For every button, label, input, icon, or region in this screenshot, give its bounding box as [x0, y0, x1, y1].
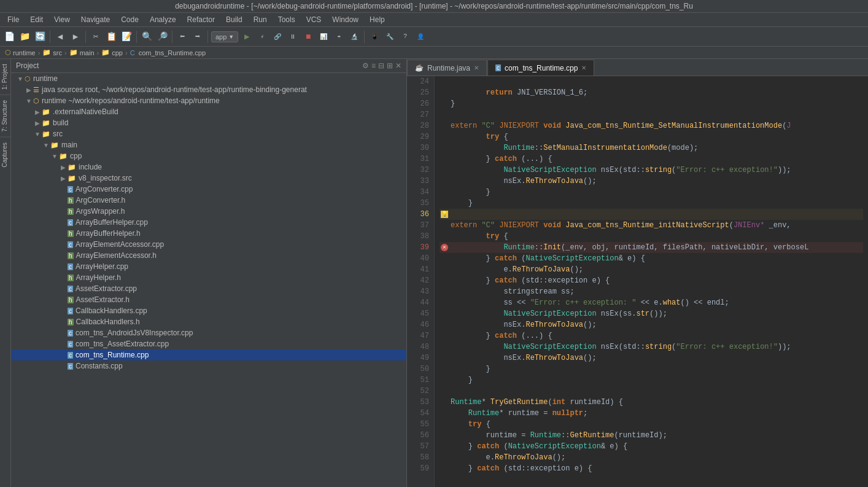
menu-refactor[interactable]: Refactor — [182, 14, 220, 25]
device-btn[interactable]: 📱 — [368, 30, 381, 44]
tab-runtime-java[interactable]: ☕ Runtime.java ✕ — [407, 60, 487, 76]
h-file-icon: h — [68, 275, 74, 281]
sep2 — [85, 31, 86, 43]
tree-item-arrayhelper-cpp[interactable]: c ArrayHelper.cpp — [11, 261, 406, 272]
line-num-38: 38 — [412, 231, 429, 242]
tree-item-main[interactable]: ▼ 📁 main — [11, 139, 406, 150]
tree-item-src[interactable]: ▼ 📁 src — [11, 128, 406, 139]
find-btn[interactable]: 🔍 — [140, 30, 153, 44]
tree-item-java[interactable]: ▶ ☰ java sources root, ~/work/repos/andr… — [11, 84, 406, 95]
tab-close-btn[interactable]: ✕ — [474, 64, 479, 71]
tree-item-external[interactable]: ▶ 📁 .externalNativeBuild — [11, 106, 406, 117]
collapse-icon[interactable]: ⊟ — [378, 61, 384, 70]
tree-label: include — [79, 163, 102, 171]
code-line-53: Runtime* TryGetRuntime(int runtimeId) { — [440, 397, 863, 408]
new-file-btn[interactable]: 📄 — [2, 30, 16, 44]
close-panel-icon[interactable]: ✕ — [395, 61, 401, 70]
tab-com-tns-runtime-cpp[interactable]: c com_tns_Runtime.cpp ✕ — [487, 60, 594, 76]
copy-btn[interactable]: 📋 — [104, 30, 118, 44]
open-btn[interactable]: 📁 — [18, 30, 31, 44]
settings-icon[interactable]: ⚙ — [362, 61, 369, 70]
menu-view[interactable]: View — [49, 14, 75, 25]
run-extra-btn[interactable]: ⚡ — [255, 30, 269, 44]
breadcrumb-runtime[interactable]: ⬡ runtime — [5, 49, 36, 56]
coverage-btn[interactable]: ☂ — [332, 30, 346, 44]
stop-btn[interactable]: ■ — [301, 30, 315, 44]
breadcrumb-runtime-label: runtime — [13, 49, 36, 56]
tree-item-argconverter-h[interactable]: h ArgConverter.h — [11, 195, 406, 206]
tree-item-arrayelementaccessor-cpp[interactable]: c ArrayElementAccessor.cpp — [11, 239, 406, 250]
menu-run[interactable]: Run — [249, 14, 272, 25]
tree-item-arraybufferhelper-cpp[interactable]: c ArrayBufferHelper.cpp — [11, 217, 406, 228]
back-btn[interactable]: ⬅ — [176, 30, 189, 44]
run-btn[interactable]: ▶ — [240, 30, 254, 44]
module-icon: ⬡ — [5, 49, 11, 56]
tree-item-argconverter-cpp[interactable]: c ArgConverter.cpp — [11, 184, 406, 195]
breadcrumb-file-label: com_tns_Runtime.cpp — [139, 49, 206, 56]
sync-btn[interactable]: 🔄 — [33, 30, 47, 44]
sdk-btn[interactable]: 🔧 — [383, 30, 397, 44]
expand-icon[interactable]: ⊞ — [387, 61, 393, 70]
menu-help[interactable]: Help — [365, 14, 390, 25]
tree-item-callbackhandlers-cpp[interactable]: c CallbackHandlers.cpp — [11, 305, 406, 316]
tree-item-build[interactable]: ▶ 📁 build — [11, 117, 406, 128]
tree-item-runtime-root[interactable]: ▼ ⬡ runtime — [11, 73, 406, 84]
code-lines: return JNI_VERSION_1_6; } — [435, 76, 868, 487]
breadcrumb-file[interactable]: C com_tns_Runtime.cpp — [130, 49, 206, 56]
menu-tools[interactable]: Tools — [273, 14, 300, 25]
menu-vcs[interactable]: VCS — [301, 14, 327, 25]
line-num-45: 45 — [412, 308, 429, 319]
tree-item-v8inspector[interactable]: ▶ 📁 v8_inspector.src — [11, 173, 406, 184]
run-config-btn[interactable]: app ▼ — [211, 31, 238, 42]
menu-code[interactable]: Code — [116, 14, 144, 25]
breadcrumb-main[interactable]: 📁 main — [69, 49, 95, 56]
tree-item-assetextractor2-cpp[interactable]: c com_tns_AssetExtractor.cpp — [11, 338, 406, 349]
menu-window[interactable]: Window — [327, 14, 363, 25]
tree-item-arraybufferhelper-h[interactable]: h ArrayBufferHelper.h — [11, 228, 406, 239]
tree-item-assetextractor-cpp[interactable]: c AssetExtractor.cpp — [11, 283, 406, 294]
project-panel-title: Project — [16, 61, 360, 70]
line-num-31: 31 — [412, 154, 429, 165]
attach-btn[interactable]: 🔗 — [271, 30, 284, 44]
tab-close-btn[interactable]: ✕ — [581, 64, 586, 71]
code-editor[interactable]: 24 25 26 27 28 29 30 31 32 33 34 35 36 3… — [407, 76, 868, 487]
replace-btn[interactable]: 🔎 — [155, 30, 169, 44]
side-tab-project[interactable]: 1: Project — [0, 58, 10, 95]
cut-btn[interactable]: ✂ — [89, 30, 103, 44]
tree-item-v8inspector-cpp[interactable]: c com_tns_AndroidJsV8Inspector.cpp — [11, 327, 406, 338]
menu-navigate[interactable]: Navigate — [76, 14, 115, 25]
menu-analyze[interactable]: Analyze — [145, 14, 181, 25]
tree-item-arrayelementaccessor-h[interactable]: h ArrayElementAccessor.h — [11, 250, 406, 261]
tree-item-runtime-sub[interactable]: ▼ ⬡ runtime ~/work/repos/android-runtime… — [11, 95, 406, 106]
tree-item-argswrapper-h[interactable]: h ArgsWrapper.h — [11, 206, 406, 217]
breadcrumb-cpp[interactable]: 📁 cpp — [101, 49, 123, 56]
menu-build[interactable]: Build — [221, 14, 247, 25]
stop-pause-btn[interactable]: ⏸ — [286, 30, 300, 44]
tree-item-constants-cpp[interactable]: c Constants.cpp — [11, 360, 406, 372]
tree-item-include[interactable]: ▶ 📁 include — [11, 162, 406, 173]
profile-btn[interactable]: 📊 — [317, 30, 330, 44]
tree-item-arrayhelper-h[interactable]: h ArrayHelper.h — [11, 272, 406, 283]
redo-btn[interactable]: ▶ — [69, 30, 82, 44]
menu-file[interactable]: File — [2, 14, 24, 25]
side-tab-structure[interactable]: 7: Structure — [0, 95, 10, 137]
help2-btn[interactable]: ? — [398, 30, 412, 44]
filter-icon[interactable]: ≡ — [371, 61, 376, 70]
breadcrumb-src[interactable]: 📁 src — [42, 49, 62, 56]
project-tree: ▼ ⬡ runtime ▶ ☰ java sources root, ~/wor… — [11, 73, 406, 487]
sep-4: › — [125, 49, 128, 56]
paste-btn[interactable]: 📝 — [120, 30, 133, 44]
tree-item-cpp[interactable]: ▼ 📁 cpp — [11, 150, 406, 162]
menu-edit[interactable]: Edit — [25, 14, 48, 25]
forward-btn[interactable]: ➡ — [191, 30, 204, 44]
tab-label: com_tns_Runtime.cpp — [505, 64, 578, 72]
line-num-44: 44 — [412, 297, 429, 308]
inspect-btn[interactable]: 🔬 — [347, 30, 361, 44]
user-btn[interactable]: 👤 — [414, 30, 427, 44]
undo-btn[interactable]: ◀ — [53, 30, 67, 44]
tree-item-assetextractor-h[interactable]: h AssetExtractor.h — [11, 294, 406, 305]
tree-item-runtime-cpp[interactable]: c com_tns_Runtime.cpp — [11, 349, 406, 360]
tree-label: ArrayElementAccessor.h — [76, 251, 157, 260]
tree-item-callbackhandlers-h[interactable]: h CallbackHandlers.h — [11, 316, 406, 327]
side-tab-captures[interactable]: Captures — [0, 137, 10, 173]
